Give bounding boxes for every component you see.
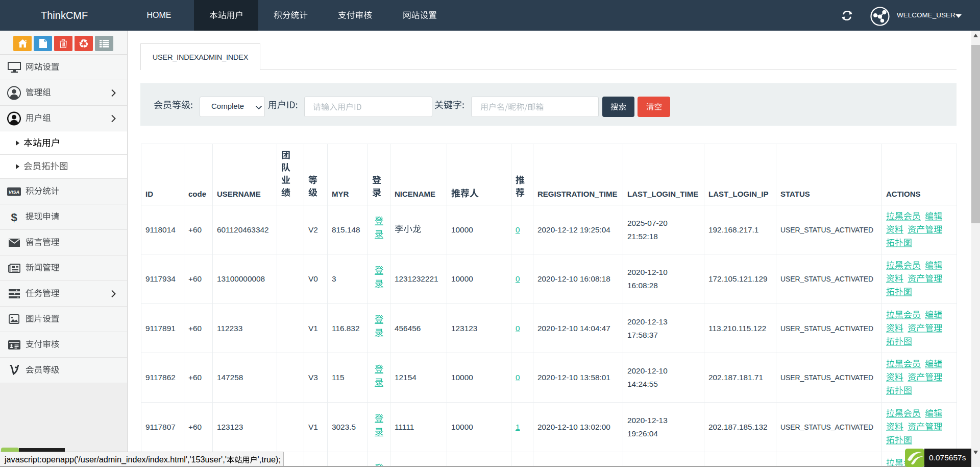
svg-text:VISA: VISA xyxy=(9,189,19,194)
svg-text:$: $ xyxy=(11,211,17,223)
